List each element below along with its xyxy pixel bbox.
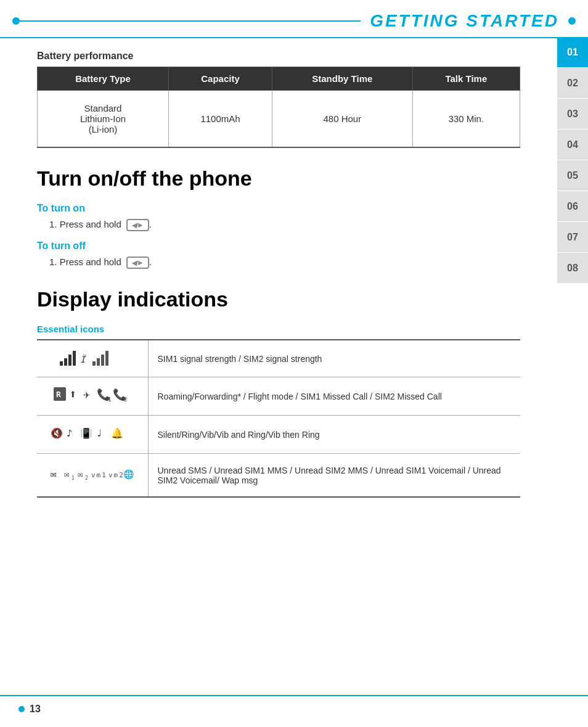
col-talk-time: Talk Time <box>412 67 520 91</box>
phone-button-icon-2: ◀► <box>126 257 149 269</box>
cell-standby-time: 480 Hour <box>272 91 412 148</box>
message-icons: ✉ ✉ 1 ✉ 2 vm1 vm2 🌐 <box>49 474 136 489</box>
svg-rect-6 <box>97 358 100 366</box>
table-row: StandardLithium-Ion(Li-ion) 1100mAh 480 … <box>38 91 520 148</box>
svg-rect-8 <box>105 351 108 366</box>
svg-text:vm1: vm1 <box>91 471 107 479</box>
svg-text:✉: ✉ <box>78 469 84 479</box>
svg-rect-5 <box>92 361 96 366</box>
svg-text:♩: ♩ <box>96 427 104 439</box>
svg-text:vm2: vm2 <box>108 471 125 479</box>
sidebar-item-08[interactable]: 08 <box>557 253 588 284</box>
roaming-icons: R ⬆ ✈ 📞 1 📞 2 <box>52 392 133 408</box>
sidebar-item-02[interactable]: 02 <box>557 68 588 99</box>
svg-text:Ï: Ï <box>80 355 86 364</box>
svg-rect-1 <box>64 358 67 366</box>
svg-text:🔔: 🔔 <box>111 427 125 439</box>
table-row: 🔇 ♪ 📳 ♩ 🔔 Silent/Ring/Vib/Vib and Ring/V <box>37 416 520 454</box>
svg-text:1: 1 <box>108 396 112 403</box>
table-row: Ï SIM1 signal strength / SIM2 signal str… <box>37 340 520 377</box>
main-content: Battery performance Battery Type Capacit… <box>0 38 551 522</box>
sidebar-item-04[interactable]: 04 <box>557 129 588 160</box>
period-2: . <box>149 257 152 267</box>
svg-text:✉: ✉ <box>64 469 70 479</box>
table-row: ✉ ✉ 1 ✉ 2 vm1 vm2 🌐 <box>37 454 520 498</box>
period: . <box>149 219 152 229</box>
header-dot-right <box>568 17 576 25</box>
svg-text:📳: 📳 <box>80 427 94 439</box>
sidebar-item-07[interactable]: 07 <box>557 222 588 253</box>
sidebar-item-03[interactable]: 03 <box>557 99 588 129</box>
col-capacity: Capacity <box>169 67 272 91</box>
svg-text:✈: ✈ <box>83 388 91 401</box>
cell-roaming-desc: Roaming/Forwarding* / Flight mode / SIM1… <box>148 377 520 416</box>
sidebar-item-01[interactable]: 01 <box>557 37 588 68</box>
svg-rect-0 <box>60 361 63 366</box>
svg-rect-3 <box>73 351 76 366</box>
icon-cell-messages: ✉ ✉ 1 ✉ 2 vm1 vm2 🌐 <box>37 454 148 498</box>
icon-cell-roaming: R ⬆ ✈ 📞 1 📞 2 <box>37 377 148 416</box>
icon-cell-ring: 🔇 ♪ 📳 ♩ 🔔 <box>37 416 148 454</box>
page-footer: 13 <box>0 695 588 715</box>
table-row: R ⬆ ✈ 📞 1 📞 2 <box>37 377 520 416</box>
turn-off-step: 1. Press and hold ◀►. <box>49 257 520 269</box>
ring-icons: 🔇 ♪ 📳 ♩ 🔔 <box>49 430 136 446</box>
cell-talk-time: 330 Min. <box>412 91 520 148</box>
page-number: 13 <box>30 704 41 715</box>
phone-button-icon: ◀► <box>126 219 149 231</box>
chapter-sidebar: 01 02 03 04 05 06 07 08 <box>557 37 588 284</box>
turn-on-step: 1. Press and hold ◀►. <box>49 219 520 231</box>
sidebar-item-05[interactable]: 05 <box>557 160 588 191</box>
signal-bars-icon: Ï <box>59 354 126 369</box>
svg-text:♪: ♪ <box>67 427 74 439</box>
svg-text:🔇: 🔇 <box>51 427 64 439</box>
svg-rect-7 <box>101 355 104 366</box>
header-line-left <box>20 20 361 22</box>
display-indications-title: Display indications <box>37 287 520 311</box>
sidebar-item-06[interactable]: 06 <box>557 191 588 222</box>
col-standby-time: Standby Time <box>272 67 412 91</box>
cell-ring-desc: Silent/Ring/Vib/Vib and Ring/Vib then Ri… <box>148 416 520 454</box>
cell-signal-desc: SIM1 signal strength / SIM2 signal stren… <box>148 340 520 377</box>
svg-text:🌐: 🌐 <box>123 469 135 480</box>
footer-dot <box>18 706 25 712</box>
cell-messages-desc: Unread SMS / Unread SIM1 MMS / Unread SI… <box>148 454 520 498</box>
svg-rect-2 <box>68 355 71 366</box>
battery-table: Battery Type Capacity Standby Time Talk … <box>37 67 520 148</box>
page-title: Getting Started <box>361 11 568 31</box>
turn-on-off-title: Turn on/off the phone <box>37 166 520 191</box>
col-battery-type: Battery Type <box>38 67 169 91</box>
cell-capacity: 1100mAh <box>169 91 272 148</box>
icon-cell-signal: Ï <box>37 340 148 377</box>
svg-text:R: R <box>56 390 62 399</box>
page-header: Getting Started <box>0 0 588 38</box>
essential-icons-table: Ï SIM1 signal strength / SIM2 signal str… <box>37 339 520 498</box>
svg-text:2: 2 <box>124 396 128 403</box>
battery-performance-title: Battery performance <box>37 51 520 62</box>
to-turn-on-heading: To turn on <box>37 203 520 214</box>
svg-text:⬆: ⬆ <box>69 387 78 401</box>
svg-text:✉: ✉ <box>51 468 58 480</box>
svg-text:1: 1 <box>71 475 76 481</box>
to-turn-off-heading: To turn off <box>37 240 520 252</box>
essential-icons-heading: Essential icons <box>37 324 520 334</box>
svg-text:2: 2 <box>85 475 89 481</box>
header-dot-left <box>12 17 20 25</box>
cell-battery-type: StandardLithium-Ion(Li-ion) <box>38 91 169 148</box>
